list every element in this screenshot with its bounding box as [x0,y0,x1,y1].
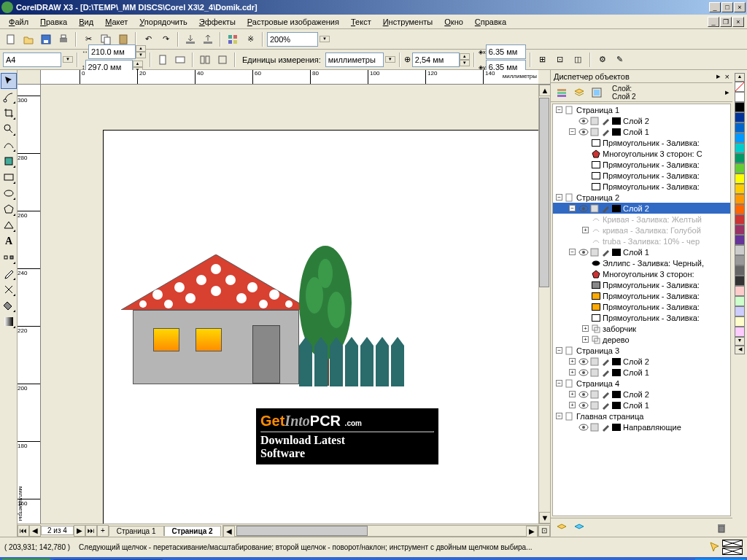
new-layer-button[interactable] [554,520,570,536]
polygon-tool[interactable] [1,201,17,217]
save-button[interactable] [38,31,54,47]
color-swatch[interactable] [735,204,745,214]
tree-item[interactable]: Многоугольник 3 сторон: [553,268,730,279]
export-button[interactable] [200,31,216,47]
menu-эффекты[interactable]: Эффекты [193,16,241,28]
color-swatch[interactable] [735,184,745,194]
show-objects-button[interactable] [554,85,570,101]
paper-size-dropdown[interactable]: ▼ [63,56,73,63]
tree-item[interactable]: −Страница 3 [553,345,730,356]
color-swatch[interactable] [735,153,745,163]
horizontal-scrollbar[interactable]: ◀ ▶ [222,525,538,537]
menu-растровые изображения[interactable]: Растровые изображения [241,16,345,28]
color-swatch[interactable] [735,92,745,102]
close-button[interactable]: × [734,2,746,12]
landscape-button[interactable] [172,52,188,68]
vscroll-thumb[interactable] [539,98,549,287]
color-swatch[interactable] [735,143,745,153]
tree-item[interactable]: Прямоугольник - Заливка: [553,137,730,148]
nudge-down[interactable]: ▼ [460,60,470,66]
tree-item[interactable]: Прямоугольник - Заливка: [553,279,730,290]
vertical-ruler[interactable]: миллиметры 300280260240220200180160140 [18,85,41,524]
fill-tool[interactable] [1,298,17,314]
no-fill-swatch[interactable] [735,82,745,92]
menu-окно[interactable]: Окно [438,16,469,28]
add-page-button[interactable]: + [97,525,109,537]
tree-item[interactable]: +Слой 1 [553,367,730,378]
color-swatch[interactable] [735,174,745,184]
app-launcher-button[interactable] [225,31,241,47]
vertical-scrollbar[interactable]: ▲ ▼ [538,85,550,524]
pick-tool[interactable] [1,73,17,89]
paper-size-combo[interactable] [3,52,61,67]
tree-item[interactable]: +Слой 2 [553,389,730,400]
layer-view-button[interactable] [589,85,605,101]
edit-layers-button[interactable] [571,85,587,101]
maximize-button[interactable]: □ [721,2,733,12]
tree-item[interactable]: truba - Заливка: 10% - чер [553,236,730,246]
snap-button-3[interactable]: ◫ [570,52,586,68]
palette-flyout-button[interactable]: ◀ [735,346,745,354]
print-button[interactable] [55,31,71,47]
color-swatch[interactable] [735,112,745,122]
object-tree[interactable]: −Страница 1Слой 2−Слой 1Прямоугольник - … [552,104,731,516]
menu-правка[interactable]: Правка [34,16,73,28]
shape-tool[interactable] [1,89,17,105]
tree-item[interactable]: −Главная страница [553,411,730,421]
zoom-combo[interactable] [267,32,318,47]
docker-menu-button[interactable]: ▸ [716,71,721,81]
zoom-dropdown-button[interactable]: ▼ [320,36,330,42]
ellipse-tool[interactable] [1,185,17,201]
last-page-button[interactable]: ⏭ [85,525,97,537]
import-button[interactable] [182,31,198,47]
units-combo[interactable] [325,52,384,67]
page-width-down[interactable]: ▼ [136,52,146,58]
tree-item[interactable]: Эллипс - Заливка: Черный, [553,257,730,268]
minimize-button[interactable]: _ [709,2,721,12]
palette-up-button[interactable]: ▲ [735,73,745,82]
tree-item[interactable]: −Страница 2 [553,192,730,203]
mdi-close-button[interactable]: × [732,17,744,27]
color-swatch[interactable] [735,286,745,296]
crop-tool[interactable] [1,105,17,121]
tree-item[interactable]: Прямоугольник - Заливка: [553,181,730,192]
color-swatch[interactable] [735,255,745,265]
portrait-button[interactable] [155,52,171,68]
color-swatch[interactable] [735,306,745,316]
tree-item[interactable]: +Слой 2 [553,356,730,367]
tree-item[interactable]: Прямоугольник - Заливка: [553,159,730,170]
color-swatch[interactable] [735,122,745,133]
open-button[interactable] [20,31,36,47]
palette-down-button[interactable]: ▼ [735,337,745,346]
new-master-layer-button[interactable] [571,520,587,536]
tree-item[interactable]: −Страница 1 [553,104,730,115]
page-width-input[interactable] [88,44,136,59]
fill-outline-indicator[interactable] [722,540,743,555]
menu-макет[interactable]: Макет [99,16,133,28]
scroll-down-button[interactable]: ▼ [539,512,551,524]
next-page-button[interactable]: ▶ [74,525,85,537]
color-swatch[interactable] [735,265,745,276]
ruler-origin[interactable] [18,70,41,85]
color-swatch[interactable] [735,214,745,225]
page-tab-2[interactable]: Страница 2 [164,526,221,536]
color-swatch[interactable] [735,296,745,306]
hscroll-thumb[interactable] [236,526,368,536]
welcome-button[interactable]: ※ [242,31,258,47]
tree-item[interactable]: Направляющие [553,421,730,432]
docker-close-button[interactable]: × [725,72,729,81]
navigator-button[interactable]: ⊡ [538,525,550,537]
duplicate-x-input[interactable] [486,44,526,59]
text-tool[interactable]: A [1,233,17,249]
page-height-up[interactable]: ▲ [133,61,143,67]
snap-button-2[interactable]: ⊡ [552,52,568,68]
menu-инструменты[interactable]: Инструменты [377,16,439,28]
tree-item[interactable]: Слой 2 [553,115,730,126]
rectangle-tool[interactable] [1,169,17,185]
color-swatch[interactable] [735,102,745,112]
redo-button[interactable]: ↷ [158,31,174,47]
color-swatch[interactable] [735,327,745,337]
mdi-minimize-button[interactable]: _ [708,17,719,27]
tree-item[interactable]: −Слой 2 [553,203,730,214]
delete-button[interactable] [713,520,729,536]
